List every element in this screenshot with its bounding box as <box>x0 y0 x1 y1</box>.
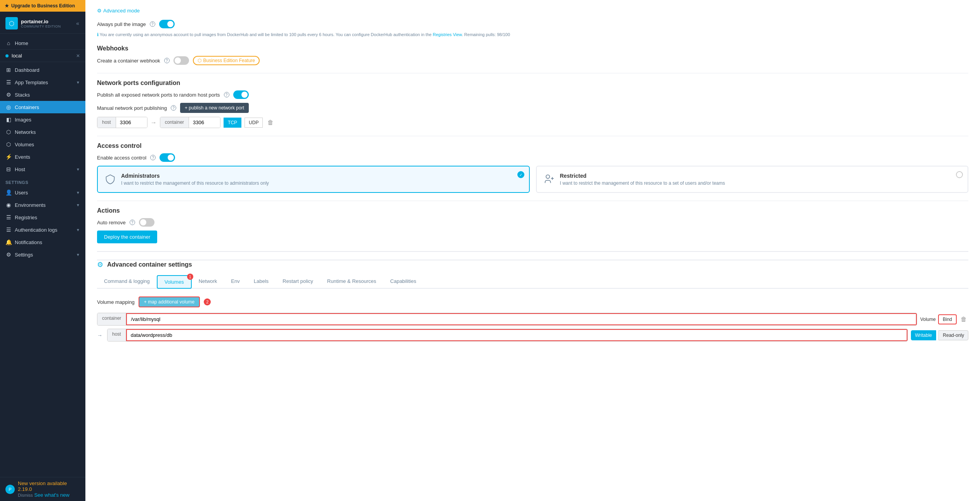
access-control-section: Access control Enable access control ? <box>97 142 968 193</box>
webhook-help-icon[interactable]: ? <box>164 58 170 63</box>
writable-button-2[interactable]: Writable <box>911 330 937 340</box>
manual-port-label: Manual network port publishing <box>97 105 167 111</box>
tab-runtime-resources[interactable]: Runtime & Resources <box>320 275 383 289</box>
sidebar-nav: ⌂ Home local ✕ ⊞ Dashboard ☰ App Templat… <box>0 34 85 477</box>
logo-edition: COMMUNITY EDITION <box>21 24 61 28</box>
admin-card-title: Administrators <box>121 173 269 179</box>
port-container-wrap: container <box>160 117 220 128</box>
sidebar-environment: local ✕ <box>0 49 85 62</box>
tab-capabilities[interactable]: Capabilities <box>383 275 423 289</box>
administrators-card[interactable]: Administrators I want to restrict the ma… <box>97 166 530 193</box>
tab-restart-policy[interactable]: Restart policy <box>276 275 320 289</box>
advanced-mode-icon: ⚙ <box>97 8 102 14</box>
create-webhook-row: Create a container webhook ? ⬡ Business … <box>97 56 968 65</box>
env-name: local <box>12 53 73 59</box>
port-mapping-row: host → container TCP UDP 🗑 <box>97 117 968 128</box>
volume-container-label-1: container <box>97 313 126 325</box>
map-additional-volume-button[interactable]: + map additional volume <box>139 296 200 307</box>
collapse-button[interactable]: « <box>75 19 80 27</box>
sidebar-item-containers[interactable]: ◎ Containers <box>0 101 85 113</box>
webhooks-section: Webhooks Create a container webhook ? ⬡ … <box>97 45 968 65</box>
dismiss-label[interactable]: Dismiss <box>18 493 33 498</box>
access-control-help-icon[interactable]: ? <box>150 155 156 160</box>
volume-container-wrap-1: container <box>97 313 917 326</box>
volume-delete-button-1[interactable]: 🗑 <box>959 314 968 324</box>
sidebar-item-events[interactable]: ⚡ Events <box>0 151 85 163</box>
environments-icon: ◉ <box>5 202 12 208</box>
sidebar-item-home[interactable]: ⌂ Home <box>0 37 85 49</box>
settings-icon: ⚙ <box>5 251 12 258</box>
admin-icon <box>104 173 116 185</box>
advanced-mode-link[interactable]: ⚙ Advanced mode <box>97 8 968 14</box>
tab-network[interactable]: Network <box>192 275 224 289</box>
readonly-button-2[interactable]: Read-only <box>938 330 968 340</box>
volume-count-badge: 2 <box>204 298 211 305</box>
registries-view-link[interactable]: Registries View <box>433 32 462 37</box>
env-close-icon[interactable]: ✕ <box>76 53 80 59</box>
sidebar-item-users[interactable]: 👤 Users ▼ <box>0 186 85 199</box>
restricted-card-title: Restricted <box>560 173 725 179</box>
volume-mapping-label: Volume mapping <box>97 299 135 305</box>
sidebar-item-settings[interactable]: ⚙ Settings ▼ <box>0 248 85 261</box>
sidebar-item-app-templates[interactable]: ☰ App Templates ▼ <box>0 76 85 88</box>
sidebar-item-host[interactable]: ⊟ Host ▼ <box>0 163 85 175</box>
users-icon: 👤 <box>5 189 12 196</box>
volume-row-1: container Volume Bind 🗑 <box>97 313 968 326</box>
sidebar-item-images[interactable]: ◧ Images <box>0 113 85 126</box>
udp-button[interactable]: UDP <box>245 118 263 128</box>
publish-new-port-button[interactable]: + publish a new network port <box>180 103 249 113</box>
admin-card-desc: I want to restrict the management of thi… <box>121 180 269 186</box>
tab-volumes[interactable]: Volumes 1 <box>157 275 192 289</box>
tab-env[interactable]: Env <box>224 275 246 289</box>
access-control-title: Access control <box>97 142 968 149</box>
events-icon: ⚡ <box>5 154 12 160</box>
divider-2 <box>97 136 968 136</box>
port-host-input[interactable] <box>116 117 147 128</box>
auth-logs-chevron: ▼ <box>76 228 80 232</box>
always-pull-help-icon[interactable]: ? <box>150 21 155 27</box>
port-delete-button[interactable]: 🗑 <box>266 118 275 128</box>
be-feature-badge: ⬡ Business Edition Feature <box>193 56 260 65</box>
sidebar-item-notifications[interactable]: 🔔 Notifications <box>0 236 85 248</box>
deploy-container-button[interactable]: Deploy the container <box>97 231 157 243</box>
enable-access-control-label: Enable access control <box>97 155 146 161</box>
volume-type-wrap-1: Volume Bind 🗑 <box>920 314 968 324</box>
be-icon: ⬡ <box>198 58 201 63</box>
tab-command-logging[interactable]: Command & logging <box>97 275 157 289</box>
always-pull-toggle[interactable] <box>159 20 175 28</box>
anonymous-info-text: ℹ You are currently using an anonymous a… <box>97 32 968 37</box>
tcp-button[interactable]: TCP <box>224 118 241 128</box>
sidebar-item-registries[interactable]: ☰ Registries <box>0 211 85 224</box>
upgrade-banner[interactable]: ★ Upgrade to Business Edition <box>0 0 85 12</box>
volume-bind-button-1[interactable]: Bind <box>938 314 957 324</box>
tab-labels[interactable]: Labels <box>247 275 276 289</box>
restricted-card[interactable]: Restricted I want to restrict the manage… <box>536 166 969 193</box>
logo-name: portainer.io <box>21 19 61 24</box>
auto-remove-help-icon[interactable]: ? <box>130 220 135 225</box>
manual-port-help-icon[interactable]: ? <box>171 105 176 111</box>
app-templates-chevron: ▼ <box>76 80 80 85</box>
star-icon: ★ <box>5 3 9 9</box>
port-host-label: host <box>97 117 116 128</box>
sidebar-item-dashboard[interactable]: ⊞ Dashboard <box>0 64 85 76</box>
publish-exposed-toggle[interactable] <box>233 90 249 99</box>
publish-help-icon[interactable]: ? <box>224 92 229 97</box>
enable-access-control-toggle[interactable] <box>160 153 175 162</box>
volume-host-input-2[interactable] <box>126 329 907 341</box>
volume-container-input-1[interactable] <box>126 313 917 325</box>
sidebar-item-stacks[interactable]: ⚙ Stacks <box>0 88 85 101</box>
auto-remove-row: Auto remove ? <box>97 218 968 227</box>
sidebar-item-volumes[interactable]: ⬡ Volumes <box>0 138 85 151</box>
see-whats-new-link[interactable]: See what's new <box>34 492 69 498</box>
webhook-toggle[interactable] <box>173 56 189 65</box>
sidebar-item-auth-logs[interactable]: ☰ Authentication logs ▼ <box>0 224 85 236</box>
sidebar-item-environments[interactable]: ◉ Environments ▼ <box>0 199 85 211</box>
restricted-icon <box>543 173 555 185</box>
divider-1 <box>97 73 968 73</box>
port-container-input[interactable] <box>189 117 220 128</box>
sidebar-item-networks[interactable]: ⬡ Networks <box>0 126 85 138</box>
sidebar-footer: P New version available 2.19.0 Dismiss S… <box>0 477 85 501</box>
port-arrow-icon: → <box>151 119 157 126</box>
auto-remove-toggle[interactable] <box>139 218 154 227</box>
divider-4 <box>97 251 968 252</box>
